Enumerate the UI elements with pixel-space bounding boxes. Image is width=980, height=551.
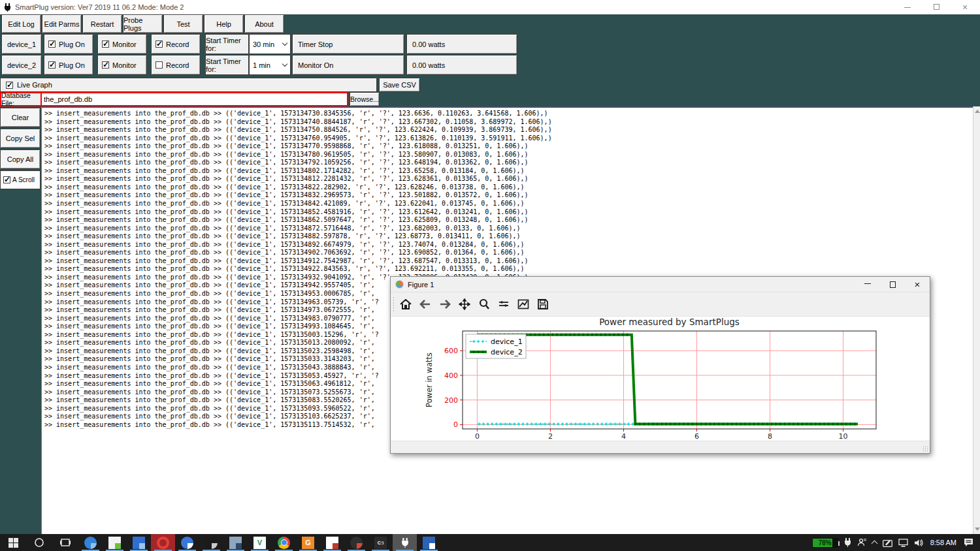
power-plug-icon[interactable] bbox=[844, 538, 851, 547]
network-icon[interactable] bbox=[898, 539, 908, 547]
titlebar: SmartPlug version: Ver7 2019 11 06.2 Mod… bbox=[0, 0, 980, 14]
clipboard-app-button[interactable] bbox=[320, 534, 344, 551]
pen-icon[interactable] bbox=[883, 539, 892, 547]
menu-button-restart[interactable]: Restart bbox=[82, 14, 122, 33]
smartplug-app-icon bbox=[399, 537, 411, 549]
hidden-icons-chevron[interactable] bbox=[872, 539, 877, 546]
chrome-app-button[interactable] bbox=[272, 534, 296, 551]
customize-tool-button[interactable] bbox=[515, 295, 532, 313]
monitor-checkbox[interactable] bbox=[102, 61, 109, 69]
plug-on-label: Plug On bbox=[59, 61, 85, 69]
menu-button-test[interactable]: Test bbox=[163, 14, 203, 33]
device-action-button[interactable]: Monitor On bbox=[292, 55, 404, 75]
copy-sel-button[interactable]: Copy Sel bbox=[0, 129, 41, 148]
monitor-toggle[interactable]: Monitor bbox=[97, 55, 147, 75]
mail-app-icon bbox=[181, 537, 193, 549]
smartplug-app-button[interactable] bbox=[393, 534, 417, 551]
resize-grip[interactable] bbox=[923, 446, 928, 452]
back-tool-button[interactable] bbox=[417, 295, 434, 313]
search-button[interactable] bbox=[26, 534, 52, 551]
log-scrollbar[interactable] bbox=[973, 106, 980, 534]
action-center-icon[interactable] bbox=[964, 538, 973, 547]
start-button[interactable] bbox=[0, 534, 26, 551]
menu-button-probe-plugs[interactable]: Probe Plugs bbox=[123, 14, 163, 33]
y-axis-label: Power in watts bbox=[425, 353, 434, 407]
clear-button[interactable]: Clear bbox=[0, 108, 41, 127]
svg-text:200: 200 bbox=[444, 396, 458, 405]
g-app-button[interactable]: G bbox=[296, 534, 320, 551]
plug-on-toggle[interactable]: Plug On bbox=[44, 55, 93, 75]
record-toggle[interactable]: Record bbox=[151, 34, 201, 54]
monitor-checkbox[interactable] bbox=[102, 40, 109, 48]
legend-entry-device_2: device_2 bbox=[491, 348, 523, 356]
volume-icon[interactable] bbox=[914, 539, 923, 547]
opera-app-icon bbox=[157, 537, 169, 549]
opera-app-button[interactable] bbox=[151, 534, 175, 551]
copy-all-button[interactable]: Copy All bbox=[0, 150, 41, 169]
menu-button-edit-log[interactable]: Edit Log bbox=[1, 14, 41, 33]
task-view-button[interactable] bbox=[52, 534, 78, 551]
menu-button-help[interactable]: Help bbox=[204, 14, 244, 33]
svg-text:R: R bbox=[864, 538, 866, 542]
clock[interactable]: 8:58 AM bbox=[929, 539, 958, 546]
a-scroll-checkbox[interactable] bbox=[3, 176, 10, 183]
live-graph-bar: Live Graph bbox=[0, 78, 377, 92]
figure-statusbar bbox=[391, 441, 930, 453]
device-action-button[interactable]: Timer Stop bbox=[292, 34, 404, 54]
database-file-input[interactable] bbox=[42, 93, 347, 105]
editor-app-icon bbox=[423, 537, 435, 549]
svg-text:2: 2 bbox=[548, 432, 553, 441]
polygon-app-button[interactable] bbox=[199, 534, 223, 551]
clipboard-app-icon bbox=[326, 537, 338, 549]
menu-button-edit-parms[interactable]: Edit Parms bbox=[42, 14, 82, 33]
timer-duration-select[interactable]: 30 min bbox=[249, 34, 291, 54]
home-tool-button[interactable] bbox=[397, 295, 414, 313]
plug-on-checkbox[interactable] bbox=[48, 61, 56, 69]
figure-maximize-button[interactable] bbox=[880, 277, 905, 292]
monitor-toggle[interactable]: Monitor bbox=[97, 34, 147, 54]
figure-minimize-button[interactable] bbox=[855, 277, 880, 292]
v-app-icon: V bbox=[253, 537, 266, 549]
record-checkbox[interactable] bbox=[155, 61, 163, 69]
minimize-button[interactable] bbox=[903, 3, 912, 12]
v-app-button[interactable]: V bbox=[248, 534, 272, 551]
pan-tool-button[interactable] bbox=[456, 295, 473, 313]
start-timer-label: Start Timer for: bbox=[205, 55, 249, 75]
scroll-up-icon[interactable] bbox=[975, 110, 980, 113]
scroll-down-icon[interactable] bbox=[975, 527, 980, 531]
tiles-app-button[interactable] bbox=[127, 534, 151, 551]
chrome-app-icon bbox=[278, 537, 290, 549]
svg-text:4: 4 bbox=[621, 432, 626, 441]
live-graph-checkbox[interactable] bbox=[6, 82, 13, 89]
forward-tool-button[interactable] bbox=[436, 295, 453, 313]
figure-close-button[interactable]: × bbox=[905, 277, 930, 292]
subplots-tool-button[interactable] bbox=[495, 295, 512, 313]
close-button[interactable]: × bbox=[960, 2, 970, 12]
plug-on-checkbox[interactable] bbox=[48, 40, 56, 48]
figure-canvas: 02468100200400600Power measured by Smart… bbox=[391, 317, 930, 441]
taskbar: VGC:\ 78% R 8:58 AM bbox=[0, 534, 980, 551]
polygon-app-icon bbox=[205, 537, 218, 549]
menu-button-about[interactable]: About bbox=[244, 14, 284, 33]
tiles-app-icon bbox=[133, 537, 145, 549]
people-icon[interactable]: R bbox=[857, 538, 866, 547]
editor-app-button[interactable] bbox=[417, 534, 441, 551]
mail-app-button[interactable] bbox=[175, 534, 199, 551]
photos-app-button[interactable] bbox=[223, 534, 248, 551]
legend-entry-device_1: device_1 bbox=[491, 338, 523, 346]
record-toggle[interactable]: Record bbox=[151, 55, 201, 75]
compass-app-button[interactable] bbox=[78, 534, 103, 551]
restore-button[interactable] bbox=[932, 3, 941, 12]
browse-button[interactable]: Browse... bbox=[350, 92, 380, 106]
notepad-app-button[interactable] bbox=[103, 534, 127, 551]
svg-text:0: 0 bbox=[453, 420, 458, 429]
gear-app-button[interactable] bbox=[344, 534, 368, 551]
cmd-app-button[interactable]: C:\ bbox=[368, 534, 393, 551]
zoom-tool-button[interactable] bbox=[476, 295, 493, 313]
record-checkbox[interactable] bbox=[155, 40, 163, 48]
save-tool-button[interactable] bbox=[534, 295, 551, 313]
plug-on-toggle[interactable]: Plug On bbox=[44, 34, 93, 54]
battery-indicator[interactable]: 78% bbox=[812, 538, 838, 548]
timer-duration-select[interactable]: 1 min bbox=[249, 55, 291, 75]
save-csv-button[interactable]: Save CSV bbox=[379, 78, 420, 92]
